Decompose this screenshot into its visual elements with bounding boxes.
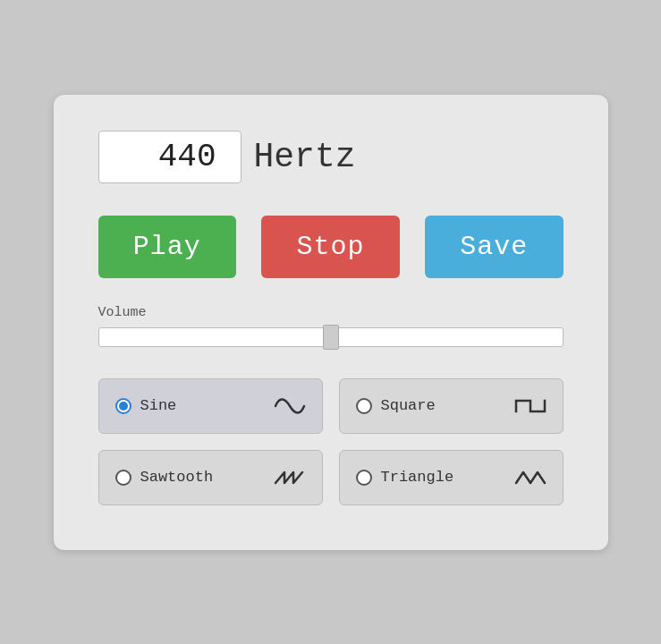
radio-sawtooth[interactable] bbox=[115, 470, 131, 486]
volume-section: Volume bbox=[98, 305, 564, 352]
radio-triangle[interactable] bbox=[356, 470, 372, 486]
waveform-label-sawtooth: Sawtooth bbox=[140, 469, 214, 486]
frequency-row: Hertz bbox=[98, 131, 564, 183]
volume-slider[interactable] bbox=[98, 327, 564, 347]
radio-square[interactable] bbox=[356, 398, 372, 414]
sawtooth-wave-icon bbox=[274, 465, 306, 490]
save-button[interactable]: Save bbox=[425, 216, 564, 278]
volume-label: Volume bbox=[98, 305, 564, 320]
waveform-option-triangle[interactable]: Triangle bbox=[339, 450, 564, 505]
frequency-unit-label: Hertz bbox=[254, 138, 356, 176]
main-panel: Hertz Play Stop Save Volume Sine Square bbox=[54, 95, 608, 550]
waveform-option-sawtooth[interactable]: Sawtooth bbox=[98, 450, 323, 505]
radio-sine[interactable] bbox=[115, 398, 131, 414]
waveform-label-square: Square bbox=[381, 397, 436, 414]
play-button[interactable]: Play bbox=[98, 216, 237, 278]
frequency-input[interactable] bbox=[98, 131, 242, 183]
triangle-wave-icon bbox=[514, 465, 547, 490]
waveform-grid: Sine Square Sawtooth bbox=[98, 378, 564, 505]
buttons-row: Play Stop Save bbox=[98, 216, 564, 278]
waveform-label-sine: Sine bbox=[140, 397, 177, 414]
square-wave-icon bbox=[514, 394, 547, 419]
waveform-option-square[interactable]: Square bbox=[339, 378, 564, 434]
waveform-option-sine[interactable]: Sine bbox=[98, 378, 323, 434]
sine-wave-icon bbox=[274, 394, 306, 419]
waveform-label-triangle: Triangle bbox=[381, 469, 454, 486]
stop-button[interactable]: Stop bbox=[261, 216, 400, 278]
